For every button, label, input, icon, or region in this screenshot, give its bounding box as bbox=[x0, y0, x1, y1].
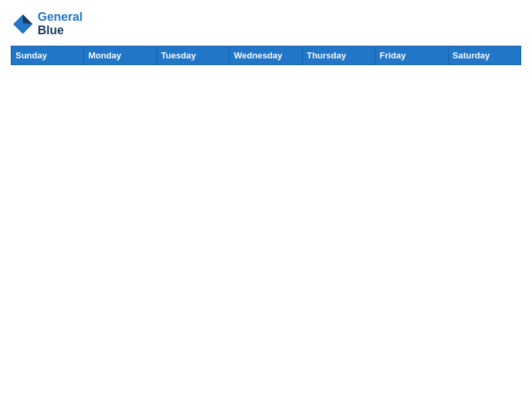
logo: General Blue bbox=[11, 11, 83, 38]
weekday-header-sunday: Sunday bbox=[11, 46, 84, 64]
weekday-header-wednesday: Wednesday bbox=[230, 46, 302, 64]
calendar-table: SundayMondayTuesdayWednesdayThursdayFrid… bbox=[11, 46, 521, 65]
weekday-header-saturday: Saturday bbox=[448, 46, 521, 64]
logo-text: General Blue bbox=[38, 11, 83, 38]
weekday-header-tuesday: Tuesday bbox=[157, 46, 229, 64]
page-header: General Blue bbox=[11, 11, 521, 38]
weekday-header-friday: Friday bbox=[375, 46, 448, 64]
logo-icon bbox=[11, 12, 35, 36]
svg-marker-1 bbox=[23, 14, 32, 24]
weekday-header-row: SundayMondayTuesdayWednesdayThursdayFrid… bbox=[11, 46, 521, 64]
weekday-header-thursday: Thursday bbox=[302, 46, 375, 64]
weekday-header-monday: Monday bbox=[84, 46, 157, 64]
